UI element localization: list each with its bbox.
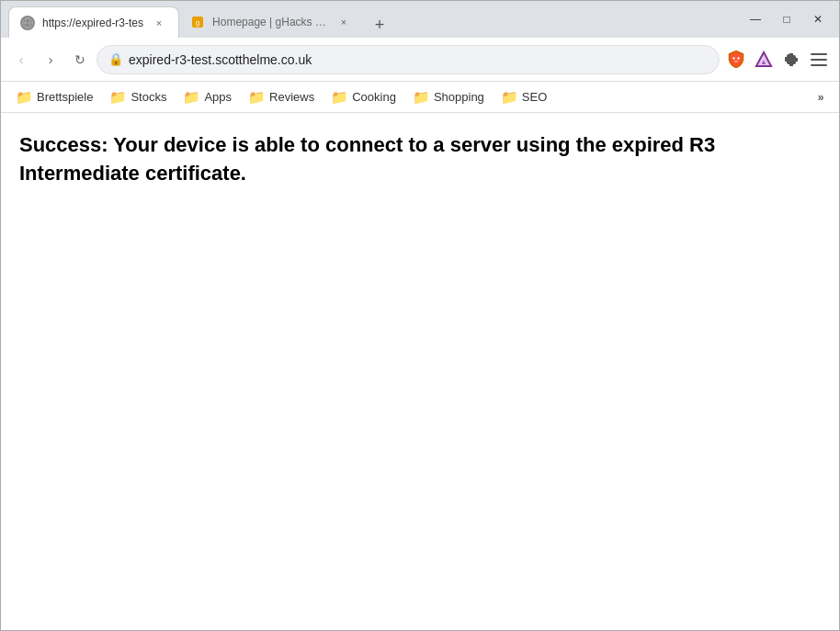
close-button[interactable]: ✕ — [804, 8, 832, 30]
folder-icon: 📁 — [413, 89, 430, 106]
titlebar: https://expired-r3-tes × g Homepage | gH… — [1, 1, 839, 38]
inactive-tab-close[interactable]: × — [335, 14, 352, 30]
browser-window: https://expired-r3-tes × g Homepage | gH… — [0, 0, 840, 631]
svg-point-5 — [732, 57, 734, 59]
address-text: expired-r3-test.scotthelme.co.uk — [129, 52, 708, 67]
inactive-tab-title: Homepage | gHacks Tech — [212, 16, 328, 28]
folder-icon: 📁 — [183, 89, 200, 106]
bookmark-label: Shopping — [434, 90, 484, 104]
extensions-icon[interactable] — [778, 47, 804, 73]
bookmarks-bar: 📁 Brettspiele 📁 Stocks 📁 Apps 📁 Reviews … — [1, 82, 839, 113]
svg-rect-10 — [811, 53, 827, 55]
svg-point-6 — [737, 57, 739, 59]
tab-bar: https://expired-r3-tes × g Homepage | gH… — [8, 1, 738, 38]
bookmark-seo[interactable]: 📁 SEO — [494, 85, 554, 109]
bookmark-stocks[interactable]: 📁 Stocks — [102, 85, 174, 109]
address-bar[interactable]: 🔒 expired-r3-test.scotthelme.co.uk — [96, 45, 720, 74]
more-bookmarks-button[interactable]: » — [810, 86, 832, 108]
svg-text:▲: ▲ — [760, 58, 767, 66]
svg-rect-12 — [811, 64, 827, 66]
folder-icon: 📁 — [16, 89, 33, 106]
folder-icon: 📁 — [109, 89, 127, 106]
bookmark-label: SEO — [522, 90, 547, 104]
svg-rect-11 — [811, 59, 827, 61]
reload-button[interactable]: ↻ — [67, 47, 93, 73]
brave-shields-icon[interactable] — [723, 47, 749, 73]
page-content: Success: Your device is able to connect … — [1, 113, 839, 630]
brave-rewards-icon[interactable]: ▲ — [751, 47, 777, 73]
active-tab-close[interactable]: × — [151, 15, 167, 31]
menu-icon[interactable] — [806, 47, 832, 73]
toolbar-icons: ▲ — [723, 47, 832, 73]
success-message: Success: Your device is able to connect … — [19, 131, 810, 188]
bookmark-shopping[interactable]: 📁 Shopping — [405, 85, 492, 109]
active-tab[interactable]: https://expired-r3-tes × — [8, 6, 179, 38]
folder-icon: 📁 — [501, 89, 518, 106]
navbar: ‹ › ↻ 🔒 expired-r3-test.scotthelme.co.uk — [1, 38, 839, 82]
bookmark-label: Cooking — [352, 90, 396, 104]
bookmark-cooking[interactable]: 📁 Cooking — [324, 85, 403, 109]
bookmark-label: Reviews — [269, 90, 314, 104]
inactive-tab[interactable]: g Homepage | gHacks Tech × — [179, 6, 363, 38]
window-controls: — □ ✕ — [742, 8, 832, 30]
back-button[interactable]: ‹ — [8, 47, 34, 73]
tab-favicon — [20, 16, 35, 30]
bookmark-label: Stocks — [131, 90, 166, 104]
lock-icon: 🔒 — [108, 52, 123, 66]
folder-icon: 📁 — [248, 89, 266, 106]
svg-text:g: g — [196, 18, 199, 27]
bookmark-reviews[interactable]: 📁 Reviews — [241, 85, 322, 109]
minimize-button[interactable]: — — [742, 8, 769, 30]
bookmark-apps[interactable]: 📁 Apps — [176, 85, 239, 109]
bookmark-label: Apps — [204, 90, 232, 104]
active-tab-title: https://expired-r3-tes — [42, 17, 143, 29]
folder-icon: 📁 — [331, 89, 348, 106]
bookmark-brettspiele[interactable]: 📁 Brettspiele — [8, 85, 100, 109]
maximize-button[interactable]: □ — [773, 8, 800, 30]
bookmark-label: Brettspiele — [37, 90, 93, 104]
forward-button[interactable]: › — [38, 47, 63, 73]
new-tab-button[interactable]: + — [367, 12, 392, 38]
inactive-tab-favicon: g — [190, 15, 205, 29]
